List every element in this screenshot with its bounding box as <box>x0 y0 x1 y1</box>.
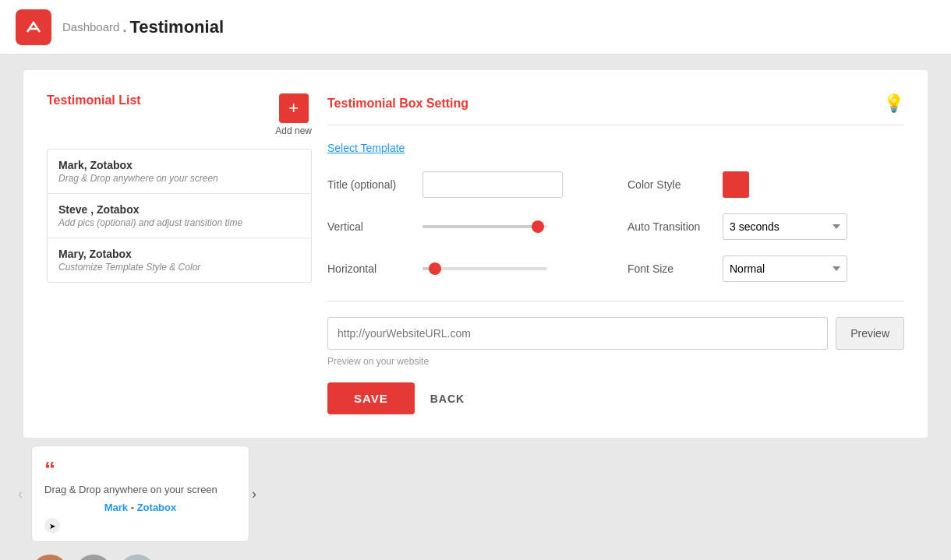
horizontal-setting-row: Horizontal <box>327 255 604 282</box>
url-input[interactable] <box>327 317 828 350</box>
main-content: Testimonial List + Add new Mark, Zotabox… <box>0 55 951 560</box>
vertical-slider[interactable] <box>422 219 547 234</box>
left-panel: Testimonial List + Add new Mark, Zotabox… <box>47 93 312 414</box>
list-item-desc: Customize Template Style & Color <box>58 262 300 273</box>
font-size-select[interactable]: Small Normal Large <box>723 255 847 282</box>
quote-text: Drag & Drop anywhere on your screen <box>44 484 236 495</box>
color-style-row: Color Style <box>628 171 904 198</box>
preview-button[interactable]: Preview <box>836 317 904 350</box>
bulb-icon: 💡 <box>883 93 904 114</box>
list-item-name: Steve , Zotabox <box>58 203 300 216</box>
quote-nav-left-button[interactable]: ‹ <box>18 486 23 502</box>
list-item[interactable]: Mark, Zotabox Drag & Drop anywhere on yo… <box>48 150 311 194</box>
title-input[interactable] <box>422 171 563 198</box>
quote-nav-right-button[interactable]: › <box>252 486 256 502</box>
breadcrumb-dashboard[interactable]: Dashboard <box>62 20 119 33</box>
main-card: Testimonial List + Add new Mark, Zotabox… <box>23 70 928 438</box>
testimonial-list-title: Testimonial List <box>47 93 141 107</box>
list-item-name: Mark, Zotabox <box>58 159 300 171</box>
title-setting-row: Title (optional) <box>327 171 604 198</box>
url-section: Preview Preview on your website <box>327 301 904 367</box>
auto-transition-label: Auto Transition <box>628 220 713 233</box>
avatar-row: 👤 👤 👤 <box>31 555 249 560</box>
url-row: Preview <box>327 317 904 350</box>
avatar-1: 👤 <box>31 555 69 560</box>
title-label: Title (optional) <box>327 178 413 191</box>
action-row: SAVE BACK <box>327 382 904 414</box>
preview-hint: Preview on your website <box>327 356 904 367</box>
select-template-link[interactable]: Select Template <box>327 142 405 154</box>
horizontal-slider-thumb[interactable] <box>429 262 441 275</box>
avatar-2: 👤 <box>75 555 112 560</box>
logo <box>16 9 51 45</box>
breadcrumb-dot: . <box>122 20 126 34</box>
auto-transition-row: Auto Transition 1 second 2 seconds 3 sec… <box>628 213 904 240</box>
breadcrumb-title: Testimonial <box>129 17 224 37</box>
settings-title: Testimonial Box Setting <box>327 97 468 111</box>
breadcrumb: Dashboard . Testimonial <box>62 17 224 37</box>
color-style-label: Color Style <box>628 178 713 191</box>
header: Dashboard . Testimonial <box>0 0 951 55</box>
vertical-label: Vertical <box>327 220 413 233</box>
font-size-row: Font Size Small Normal Large <box>628 255 904 282</box>
color-style-picker[interactable] <box>723 171 749 198</box>
vertical-slider-thumb[interactable] <box>532 220 544 233</box>
author-name: Mark <box>104 502 128 513</box>
svg-rect-0 <box>23 16 44 38</box>
right-panel: Testimonial Box Setting 💡 Select Templat… <box>327 93 904 414</box>
list-item-desc: Add pics (optional) and adjust transitio… <box>58 217 300 228</box>
vertical-setting-row: Vertical <box>327 213 604 240</box>
quote-author: Mark - Zotabox <box>44 502 236 513</box>
horizontal-label: Horizontal <box>327 262 413 275</box>
panel-header: Testimonial List + Add new <box>47 93 312 136</box>
author-company: Zotabox <box>137 502 177 513</box>
avatar-3: 👤 <box>118 555 156 560</box>
list-item[interactable]: Steve , Zotabox Add pics (optional) and … <box>48 194 311 238</box>
auto-transition-select[interactable]: 1 second 2 seconds 3 seconds 5 seconds 1… <box>723 213 847 240</box>
quote-mark: “ <box>44 459 236 481</box>
quote-footer-icon: ➤ <box>44 518 60 534</box>
save-button[interactable]: SAVE <box>327 382 415 414</box>
quote-card: ‹ “ Drag & Drop anywhere on your screen … <box>31 446 249 542</box>
list-item-name: Mary, Zotabox <box>58 248 300 260</box>
settings-grid: Title (optional) Color Style Vertical <box>327 171 904 282</box>
quote-footer: ➤ <box>44 518 236 534</box>
testimonial-list: Mark, Zotabox Drag & Drop anywhere on yo… <box>47 149 312 283</box>
list-item-desc: Drag & Drop anywhere on your screen <box>58 173 300 184</box>
settings-header: Testimonial Box Setting 💡 <box>327 93 904 125</box>
list-item[interactable]: Mary, Zotabox Customize Template Style &… <box>48 238 311 282</box>
font-size-label: Font Size <box>628 262 713 275</box>
horizontal-slider[interactable] <box>422 261 547 276</box>
add-new-button[interactable]: + <box>279 93 309 123</box>
back-button[interactable]: BACK <box>430 393 465 405</box>
add-new-label: Add new <box>275 125 312 136</box>
add-new-wrap: + Add new <box>275 93 312 136</box>
